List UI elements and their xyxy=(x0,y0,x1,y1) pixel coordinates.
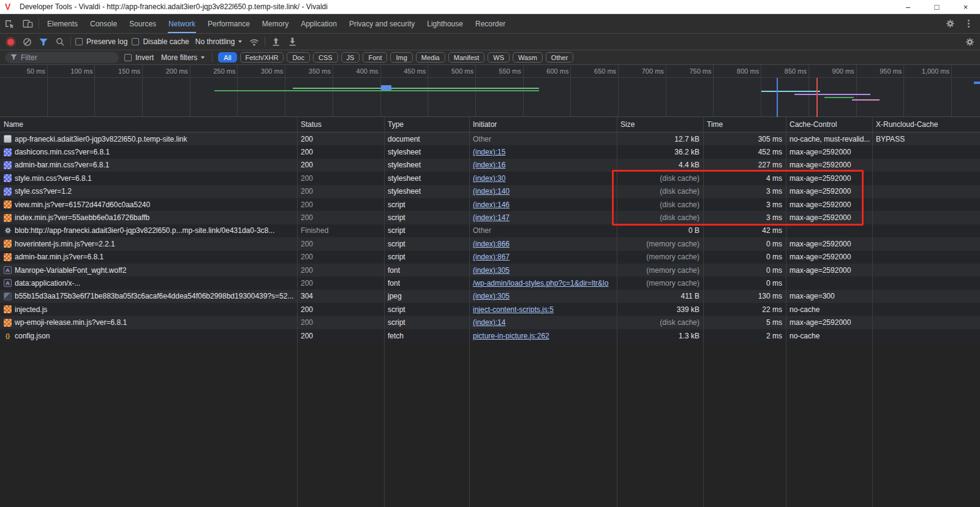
time-value: 0 ms xyxy=(766,253,782,261)
checkbox-icon[interactable] xyxy=(132,38,139,45)
type-cell: stylesheet xyxy=(384,172,469,185)
type-value: stylesheet xyxy=(388,187,421,196)
tab-console[interactable]: Console xyxy=(84,14,123,33)
table-row[interactable]: config.json200fetchpicture-in-picture.js… xyxy=(0,329,980,342)
initiator-value[interactable]: inject-content-scripts.js:5 xyxy=(473,305,554,314)
cache-control-cell: no-cache xyxy=(786,329,872,342)
time-cell: 3 ms xyxy=(703,185,786,198)
initiator-value[interactable]: (index):305 xyxy=(473,292,510,300)
filter-pill-js[interactable]: JS xyxy=(341,52,360,63)
initiator-value[interactable]: (index):867 xyxy=(473,253,510,261)
tab-network[interactable]: Network xyxy=(162,14,202,33)
table-row[interactable]: wp-emoji-release.min.js?ver=6.8.1200scri… xyxy=(0,316,980,329)
initiator-value[interactable]: (index):16 xyxy=(473,161,505,169)
initiator-value[interactable]: (index):146 xyxy=(473,200,510,209)
disable-cache-checkbox[interactable]: Disable cache xyxy=(132,37,189,46)
table-row[interactable]: app-franecki.adait3ier0-jqp3v822l650.p.t… xyxy=(0,132,980,145)
network-conditions-icon[interactable] xyxy=(248,36,260,48)
filter-pill-fetch-xhr[interactable]: Fetch/XHR xyxy=(240,52,284,63)
filter-pill-other[interactable]: Other xyxy=(546,52,574,63)
import-har-button[interactable] xyxy=(270,36,282,48)
column-header-name[interactable]: Name xyxy=(0,120,297,129)
inspect-icon[interactable] xyxy=(0,14,18,33)
tab-application[interactable]: Application xyxy=(295,14,343,33)
initiator-value[interactable]: (index):15 xyxy=(473,148,505,156)
checkbox-icon[interactable] xyxy=(124,54,132,61)
tab-elements[interactable]: Elements xyxy=(41,14,84,33)
column-header-cache-control[interactable]: Cache-Control xyxy=(786,120,872,129)
filter-pill-doc[interactable]: Doc xyxy=(287,52,310,63)
initiator-value[interactable]: /wp-admin/load-styles.php?c=1&dir=ltr&lo xyxy=(473,279,608,288)
name-cell: view.min.js?ver=61572d447d60c0aa5240 xyxy=(0,198,297,211)
document-icon xyxy=(4,135,12,143)
table-row[interactable]: style.css?ver=1.2200stylesheet(index):14… xyxy=(0,185,980,198)
status-cell: 200 xyxy=(297,276,384,289)
column-header-type[interactable]: Type xyxy=(384,120,469,129)
network-overview[interactable]: 50 ms100 ms150 ms200 ms250 ms300 ms350 m… xyxy=(0,65,980,117)
tab-privacy-and-security[interactable]: Privacy and security xyxy=(343,14,421,33)
table-row[interactable]: hoverintent-js.min.js?ver=2.2.1200script… xyxy=(0,237,980,250)
filter-toggle-button[interactable] xyxy=(37,36,50,48)
column-header-time[interactable]: Time xyxy=(703,120,786,129)
search-button[interactable] xyxy=(54,36,66,48)
initiator-value[interactable]: (index):30 xyxy=(473,174,505,183)
table-row[interactable]: Manrope-VariableFont_wght.woff2200font(i… xyxy=(0,264,980,276)
network-settings-gear-icon[interactable] xyxy=(963,36,976,48)
filter-pill-font[interactable]: Font xyxy=(363,52,387,63)
table-row[interactable]: injected.js200scriptinject-content-scrip… xyxy=(0,303,980,316)
initiator-value: Other xyxy=(473,226,491,235)
table-row[interactable]: admin-bar.min.css?ver=6.8.1200stylesheet… xyxy=(0,159,980,172)
settings-gear-icon[interactable] xyxy=(941,19,959,28)
export-har-button[interactable] xyxy=(286,36,298,48)
table-row[interactable]: blob:http://app-franecki.adait3ier0-jqp3… xyxy=(0,224,980,237)
table-row[interactable]: data:application/x-...200font/wp-admin/l… xyxy=(0,276,980,289)
table-row[interactable]: view.min.js?ver=61572d447d60c0aa5240200s… xyxy=(0,198,980,211)
table-row[interactable]: admin-bar.min.js?ver=6.8.1200script(inde… xyxy=(0,251,980,264)
cache-control-cell xyxy=(786,224,872,237)
column-header-initiator[interactable]: Initiator xyxy=(469,120,617,129)
filter-input-box[interactable] xyxy=(5,52,119,63)
device-toolbar-icon[interactable] xyxy=(18,14,37,33)
filter-pill-ws[interactable]: WS xyxy=(488,52,510,63)
initiator-value[interactable]: (index):866 xyxy=(473,240,510,248)
time-tick-label: 850 ms xyxy=(771,67,807,75)
tab-sources[interactable]: Sources xyxy=(123,14,162,33)
initiator-value[interactable]: picture-in-picture.js:262 xyxy=(473,332,549,340)
filter-pill-wasm[interactable]: Wasm xyxy=(513,52,543,63)
type-value: script xyxy=(388,305,405,314)
table-row[interactable]: b55b15d3aa175b3e6f71be883ba05f3c6acaf6e4… xyxy=(0,290,980,303)
column-header-status[interactable]: Status xyxy=(297,120,384,129)
more-options-icon[interactable] xyxy=(959,23,978,25)
throttling-select[interactable]: No throttling xyxy=(194,37,244,46)
more-filters-dropdown[interactable]: More filters xyxy=(159,53,206,62)
filter-pill-css[interactable]: CSS xyxy=(313,52,338,63)
close-button[interactable]: × xyxy=(951,0,980,13)
tab-memory[interactable]: Memory xyxy=(256,14,295,33)
initiator-value[interactable]: (index):147 xyxy=(473,213,510,222)
table-row[interactable]: index.min.js?ver=55aebb6e0a16726baffb200… xyxy=(0,211,980,224)
tab-lighthouse[interactable]: Lighthouse xyxy=(421,14,469,33)
table-row[interactable]: dashicons.min.css?ver=6.8.1200stylesheet… xyxy=(0,145,980,158)
initiator-value[interactable]: (index):140 xyxy=(473,187,510,196)
filter-input[interactable] xyxy=(21,53,107,62)
initiator-value[interactable]: (index):305 xyxy=(473,266,510,275)
maximize-button[interactable]: □ xyxy=(922,0,951,13)
filter-pill-manifest[interactable]: Manifest xyxy=(448,52,485,63)
initiator-value[interactable]: (index):14 xyxy=(473,318,505,327)
clear-button[interactable] xyxy=(21,36,33,48)
column-header-x-runcloud-cache[interactable]: X-Runcloud-Cache xyxy=(872,120,980,129)
checkbox-icon[interactable] xyxy=(75,38,83,45)
column-header-size[interactable]: Size xyxy=(617,120,703,129)
tab-recorder[interactable]: Recorder xyxy=(469,14,511,33)
tab-performance[interactable]: Performance xyxy=(202,14,256,33)
record-button[interactable] xyxy=(4,36,17,48)
time-tick-label: 700 ms xyxy=(628,67,664,75)
filter-pill-media[interactable]: Media xyxy=(416,52,445,63)
minimize-button[interactable]: – xyxy=(894,0,922,13)
column-separator xyxy=(786,117,786,507)
preserve-log-checkbox[interactable]: Preserve log xyxy=(75,37,127,46)
filter-pill-all[interactable]: All xyxy=(218,52,236,63)
table-row[interactable]: style.min.css?ver=6.8.1200stylesheet(ind… xyxy=(0,172,980,185)
invert-checkbox[interactable]: Invert xyxy=(124,53,154,62)
filter-pill-img[interactable]: Img xyxy=(390,52,412,63)
